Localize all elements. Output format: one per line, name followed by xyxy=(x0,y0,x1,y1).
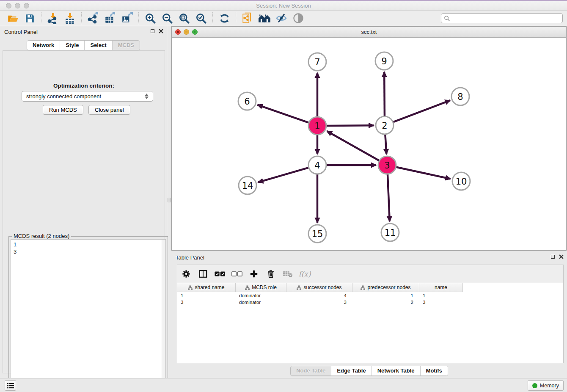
control-panel-title: Control Panel xyxy=(4,29,38,35)
table-panel: Table Panel xyxy=(171,252,567,377)
table-cell[interactable]: 4 xyxy=(286,292,352,299)
table-cell[interactable]: 1 xyxy=(177,292,236,299)
tab-mcds[interactable]: MCDS xyxy=(112,41,140,50)
zoom-in-icon[interactable] xyxy=(142,11,159,25)
graph-node-7[interactable]: 7 xyxy=(308,53,326,71)
tab-node-table[interactable]: Node Table xyxy=(291,366,331,375)
memory-button[interactable]: Memory xyxy=(528,380,564,391)
control-panel-tabs: NetworkStyleSelectMCDS xyxy=(27,40,140,50)
table-row[interactable]: 3dominator323 xyxy=(177,299,463,306)
table-row[interactable]: 1dominator411 xyxy=(177,292,463,299)
close-panel-icon[interactable] xyxy=(159,29,163,33)
tab-network[interactable]: Network xyxy=(27,41,60,50)
refresh-view-icon[interactable] xyxy=(216,11,233,25)
optimization-criterion-label: Optimization criterion: xyxy=(3,83,165,89)
column-label: MCDS role xyxy=(252,284,277,290)
graph-node-1[interactable]: 1 xyxy=(308,117,326,135)
table-cell[interactable]: 3 xyxy=(419,299,463,306)
edge-3-1[interactable] xyxy=(327,131,379,160)
main-toolbar xyxy=(0,11,567,26)
float-table-panel-icon[interactable] xyxy=(551,255,555,259)
tab-network-table[interactable]: Network Table xyxy=(372,366,420,375)
edge-2-3[interactable] xyxy=(385,135,386,154)
open-session-icon[interactable] xyxy=(4,11,21,25)
import-network-icon[interactable] xyxy=(44,11,61,25)
column-header-MCDS-role[interactable]: MCDS role xyxy=(236,283,286,292)
result-scrollbar[interactable] xyxy=(162,240,165,392)
table-cell[interactable]: dominator xyxy=(236,299,286,306)
network-graph: 7968124314101511 xyxy=(172,38,566,250)
graph-node-11[interactable]: 11 xyxy=(381,224,399,241)
tab-style[interactable]: Style xyxy=(60,41,84,50)
mcds-result-textarea[interactable]: 1 3 xyxy=(11,239,166,392)
edge-4-14[interactable] xyxy=(258,168,308,182)
save-session-icon[interactable] xyxy=(21,11,38,25)
edge-2-9[interactable] xyxy=(384,72,385,116)
export-table-icon[interactable] xyxy=(102,11,118,25)
deselect-all-columns-icon[interactable] xyxy=(231,268,242,279)
table-cell[interactable]: dominator xyxy=(236,292,286,299)
table-cell[interactable]: 3 xyxy=(177,299,236,306)
first-neighbors-icon[interactable] xyxy=(256,11,273,25)
toolbar-separator xyxy=(138,12,139,24)
export-image-icon[interactable] xyxy=(118,11,135,25)
network-canvas[interactable]: 7968124314101511 xyxy=(172,38,566,250)
zoom-selected-icon[interactable] xyxy=(193,11,209,25)
graph-node-4[interactable]: 4 xyxy=(308,156,326,174)
new-network-from-selection-icon[interactable] xyxy=(239,11,256,25)
export-network-icon[interactable] xyxy=(85,11,102,25)
show-columns-icon[interactable] xyxy=(198,268,209,279)
close-table-panel-icon[interactable] xyxy=(559,254,564,259)
toolbar-separator xyxy=(212,12,213,24)
vertical-splitter-handle[interactable] xyxy=(168,198,171,202)
table-panel-header: Table Panel xyxy=(171,252,567,263)
edge-2-8[interactable] xyxy=(394,100,450,122)
table-cell[interactable]: 1 xyxy=(419,292,463,299)
hide-selected-icon[interactable] xyxy=(273,11,290,25)
edge-3-10[interactable] xyxy=(396,167,451,179)
float-panel-icon[interactable] xyxy=(151,29,154,33)
create-new-column-icon[interactable] xyxy=(248,268,259,279)
graph-node-8[interactable]: 8 xyxy=(451,88,469,105)
edge-3-11[interactable] xyxy=(388,174,390,221)
tab-edge-table[interactable]: Edge Table xyxy=(331,366,371,375)
table-settings-icon[interactable] xyxy=(181,268,192,279)
search-box xyxy=(441,13,563,23)
function-builder-icon[interactable]: f(x) xyxy=(299,268,310,279)
graph-node-10[interactable]: 10 xyxy=(452,172,470,190)
search-input[interactable] xyxy=(441,13,563,23)
delete-columns-icon[interactable] xyxy=(265,268,276,279)
graph-node-9[interactable]: 9 xyxy=(375,52,393,70)
graph-node-3[interactable]: 3 xyxy=(378,156,396,174)
edge-1-6[interactable] xyxy=(258,105,309,123)
titlebar-accent-strip xyxy=(0,0,567,1)
status-bar: Memory xyxy=(0,378,567,392)
graph-node-14[interactable]: 14 xyxy=(239,177,256,194)
criterion-dropdown[interactable]: strongly connected component xyxy=(22,91,153,102)
import-table-icon[interactable] xyxy=(61,11,78,25)
show-graphics-details-icon[interactable] xyxy=(290,11,307,25)
tab-motifs[interactable]: Motifs xyxy=(420,366,448,375)
column-type-icon xyxy=(297,285,301,290)
table-cell[interactable]: 3 xyxy=(286,299,352,306)
run-mcds-button[interactable]: Run MCDS xyxy=(43,105,83,115)
network-window-titlebar[interactable]: scc.txt xyxy=(172,27,566,38)
graph-node-15[interactable]: 15 xyxy=(308,225,326,243)
close-panel-button[interactable]: Close panel xyxy=(88,105,130,115)
column-header-successor-nodes[interactable]: successor nodes xyxy=(286,283,352,292)
table-cell[interactable]: 1 xyxy=(352,292,419,299)
edge-1-2[interactable] xyxy=(327,125,374,126)
graph-node-6[interactable]: 6 xyxy=(238,92,256,110)
select-all-columns-icon[interactable] xyxy=(215,268,226,279)
zoom-out-icon[interactable] xyxy=(159,11,176,25)
tab-select[interactable]: Select xyxy=(84,41,112,50)
column-header-predecessor-nodes[interactable]: predecessor nodes xyxy=(352,283,419,292)
column-header-name[interactable]: name xyxy=(419,283,463,292)
delete-table-icon[interactable] xyxy=(282,268,293,279)
column-label: name xyxy=(435,284,447,290)
zoom-fit-icon[interactable] xyxy=(176,11,193,25)
graph-node-2[interactable]: 2 xyxy=(376,116,394,134)
task-history-button[interactable] xyxy=(5,380,16,391)
table-cell[interactable]: 2 xyxy=(352,299,419,306)
column-header-shared-name[interactable]: shared name xyxy=(177,283,236,292)
